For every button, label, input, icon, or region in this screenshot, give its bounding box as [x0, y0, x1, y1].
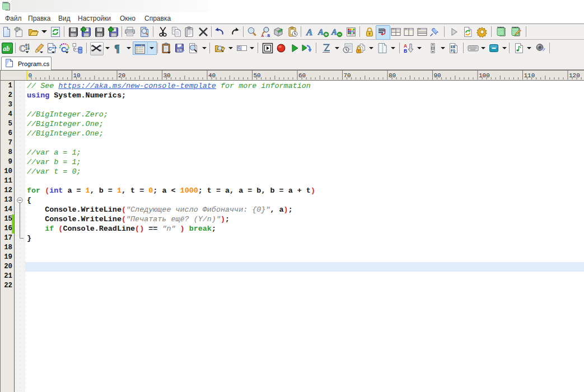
svg-text:110: 110	[524, 72, 535, 79]
svg-text:B: B	[404, 48, 407, 54]
svg-text:70: 70	[344, 72, 351, 79]
svg-text:A: A	[306, 27, 312, 38]
svg-text:A: A	[331, 27, 337, 36]
svg-text:100: 100	[479, 72, 490, 79]
svg-text:40: 40	[208, 72, 216, 79]
svg-text:C: C	[19, 44, 26, 53]
svg-text:20: 20	[118, 72, 125, 79]
svg-text:¶: ¶	[114, 43, 120, 54]
svg-text:80: 80	[389, 72, 396, 79]
svg-text:A: A	[317, 27, 324, 36]
svg-text:++: ++	[52, 45, 57, 50]
svg-text:0: 0	[29, 72, 32, 79]
svg-text:90: 90	[434, 72, 441, 79]
svg-text:10: 10	[73, 72, 81, 79]
svg-text:FQ: FQ	[451, 49, 455, 53]
svg-text:120: 120	[569, 72, 580, 79]
svg-text:60: 60	[298, 72, 306, 79]
svg-text:ab: ab	[3, 45, 10, 53]
svg-text:50: 50	[254, 72, 261, 79]
svg-text:30: 30	[163, 72, 171, 79]
svg-text:B: B	[268, 34, 270, 38]
svg-text:10: 10	[25, 47, 30, 51]
